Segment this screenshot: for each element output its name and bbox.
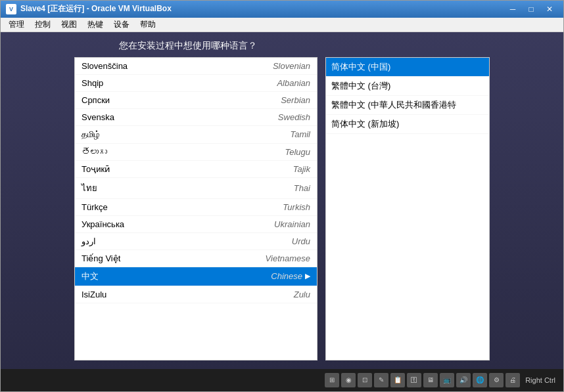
taskbar-icon-4[interactable]: ✎ bbox=[374, 373, 388, 387]
close-button[interactable]: ✕ bbox=[541, 3, 558, 16]
taskbar-icon-10[interactable]: 🌐 bbox=[473, 373, 487, 387]
chinese-option-item[interactable]: 简体中文 (中国) bbox=[326, 58, 489, 77]
taskbar-icon-7[interactable]: 🖥 bbox=[423, 373, 438, 387]
language-item[interactable]: తెలుగుTelugu bbox=[75, 144, 317, 161]
title-controls: ─ □ ✕ bbox=[504, 3, 558, 16]
lang-english-name: Tamil bbox=[290, 129, 310, 139]
lang-native-name: ไทย bbox=[82, 181, 97, 195]
lang-native-name: اردو bbox=[82, 236, 96, 246]
lang-english-name: Thai bbox=[294, 183, 310, 193]
chinese-sublist-container: 简体中文 (中国)繁體中文 (台灣)繁體中文 (中華人民共和國香港特简体中文 (… bbox=[325, 57, 490, 360]
installer-question: 您在安装过程中想使用哪种语言？ bbox=[1, 32, 563, 57]
language-item[interactable]: SvenskaSwedish bbox=[75, 109, 317, 126]
menu-item-帮助[interactable]: 帮助 bbox=[135, 18, 161, 32]
maximize-button[interactable]: □ bbox=[523, 3, 540, 16]
language-item[interactable]: IsiZuluZulu bbox=[75, 286, 317, 303]
language-item[interactable]: ShqipAlbanian bbox=[75, 75, 317, 92]
submenu-arrow-icon: ▶ bbox=[305, 272, 310, 280]
installer-body: SlovenščinaSlovenianShqipAlbanianСрпскиS… bbox=[1, 57, 563, 360]
lang-english-name: Albanian bbox=[277, 78, 310, 88]
title-bar-left: V Slave4 [正在运行] - Oracle VM VirtualBox bbox=[6, 3, 172, 14]
title-bar: V Slave4 [正在运行] - Oracle VM VirtualBox ─… bbox=[1, 1, 563, 18]
language-item[interactable]: اردوUrdu bbox=[75, 233, 317, 250]
taskbar-icon-8[interactable]: 📺 bbox=[440, 373, 454, 387]
menu-item-视图[interactable]: 视图 bbox=[56, 18, 82, 32]
lang-english-name: Serbian bbox=[281, 95, 310, 105]
virtualbox-window: V Slave4 [正在运行] - Oracle VM VirtualBox ─… bbox=[0, 0, 564, 392]
language-item[interactable]: SlovenščinaSlovenian bbox=[75, 58, 317, 75]
minimize-button[interactable]: ─ bbox=[504, 3, 521, 16]
taskbar: ⊞ ◉ ⊡ ✎ 📋 ⚿ 🖥 📺 🔊 🌐 ⚙ 🖨 Right Ctrl bbox=[1, 369, 563, 391]
chinese-option-item[interactable]: 繁體中文 (台灣) bbox=[326, 77, 489, 96]
language-item[interactable]: ไทยThai bbox=[75, 178, 317, 199]
taskbar-icon-1[interactable]: ⊞ bbox=[325, 373, 339, 387]
taskbar-icon-2[interactable]: ◉ bbox=[341, 373, 356, 387]
lang-native-name: Tiếng Việt bbox=[82, 253, 120, 263]
lang-english-name: Urdu bbox=[292, 236, 310, 246]
language-item[interactable]: ТоҷикӣTajik bbox=[75, 161, 317, 178]
lang-native-name: Türkçe bbox=[82, 202, 108, 212]
taskbar-icons: ⊞ ◉ ⊡ ✎ 📋 ⚿ 🖥 📺 🔊 🌐 ⚙ 🖨 bbox=[325, 373, 520, 387]
lang-english-name: Ukrainian bbox=[274, 219, 310, 229]
lang-english-name: Vietnamese bbox=[266, 253, 310, 263]
language-item[interactable]: 中文Chinese ▶ bbox=[75, 267, 317, 286]
lang-english-name: Turkish bbox=[283, 202, 310, 212]
lang-native-name: தமிழ் bbox=[82, 129, 100, 140]
lang-english-name: Swedish bbox=[278, 112, 310, 122]
lang-native-name: Српски bbox=[82, 95, 110, 105]
lang-native-name: IsiZulu bbox=[82, 290, 106, 299]
lang-english-name: Chinese bbox=[271, 271, 302, 281]
lang-native-name: Shqip bbox=[82, 78, 103, 88]
language-item[interactable]: TürkçeTurkish bbox=[75, 199, 317, 216]
taskbar-icon-12[interactable]: 🖨 bbox=[505, 373, 520, 387]
lang-native-name: 中文 bbox=[82, 271, 99, 282]
language-list[interactable]: SlovenščinaSlovenianShqipAlbanianСрпскиS… bbox=[75, 58, 317, 360]
lang-native-name: Svenska bbox=[82, 112, 114, 122]
menu-item-控制[interactable]: 控制 bbox=[30, 18, 56, 32]
taskbar-icon-6[interactable]: ⚿ bbox=[407, 373, 421, 387]
chinese-option-item[interactable]: 繁體中文 (中華人民共和國香港特 bbox=[326, 96, 489, 115]
taskbar-icon-11[interactable]: ⚙ bbox=[489, 373, 504, 387]
window-title: Slave4 [正在运行] - Oracle VM VirtualBox bbox=[20, 3, 172, 14]
language-list-container: SlovenščinaSlovenianShqipAlbanianСрпскиS… bbox=[74, 57, 317, 360]
lang-native-name: Тоҷикӣ bbox=[82, 164, 110, 174]
menu-bar: 管理控制视图热键设备帮助 bbox=[1, 18, 563, 32]
lang-english-name: Slovenian bbox=[273, 61, 310, 71]
app-icon: V bbox=[6, 4, 16, 14]
taskbar-icon-5[interactable]: 📋 bbox=[390, 373, 405, 387]
right-ctrl-label: Right Ctrl bbox=[523, 376, 558, 384]
lang-native-name: తెలుగు bbox=[82, 147, 107, 157]
lang-native-name: Slovenščina bbox=[82, 61, 128, 71]
language-item[interactable]: СрпскиSerbian bbox=[75, 92, 317, 109]
question-text: 您在安装过程中想使用哪种语言？ bbox=[119, 40, 257, 51]
menu-item-管理[interactable]: 管理 bbox=[3, 18, 30, 32]
taskbar-icon-9[interactable]: 🔊 bbox=[456, 373, 471, 387]
language-item[interactable]: Tiếng ViệtVietnamese bbox=[75, 250, 317, 267]
lang-english-name: Telugu bbox=[285, 147, 310, 157]
menu-item-设备[interactable]: 设备 bbox=[108, 18, 135, 32]
menu-item-热键[interactable]: 热键 bbox=[82, 18, 108, 32]
chinese-list[interactable]: 简体中文 (中国)繁體中文 (台灣)繁體中文 (中華人民共和國香港特简体中文 (… bbox=[326, 58, 489, 134]
taskbar-icon-3[interactable]: ⊡ bbox=[358, 373, 372, 387]
language-item[interactable]: தமிழ்Tamil bbox=[75, 126, 317, 144]
lang-native-name: Українська bbox=[82, 219, 124, 229]
lang-english-name: Tajik bbox=[293, 164, 310, 174]
chinese-option-item[interactable]: 简体中文 (新加坡) bbox=[326, 115, 489, 134]
installer-background: 您在安装过程中想使用哪种语言？ SlovenščinaSlovenianShqi… bbox=[1, 32, 563, 369]
lang-english-name: Zulu bbox=[294, 290, 310, 299]
language-item[interactable]: УкраїнськаUkrainian bbox=[75, 216, 317, 233]
